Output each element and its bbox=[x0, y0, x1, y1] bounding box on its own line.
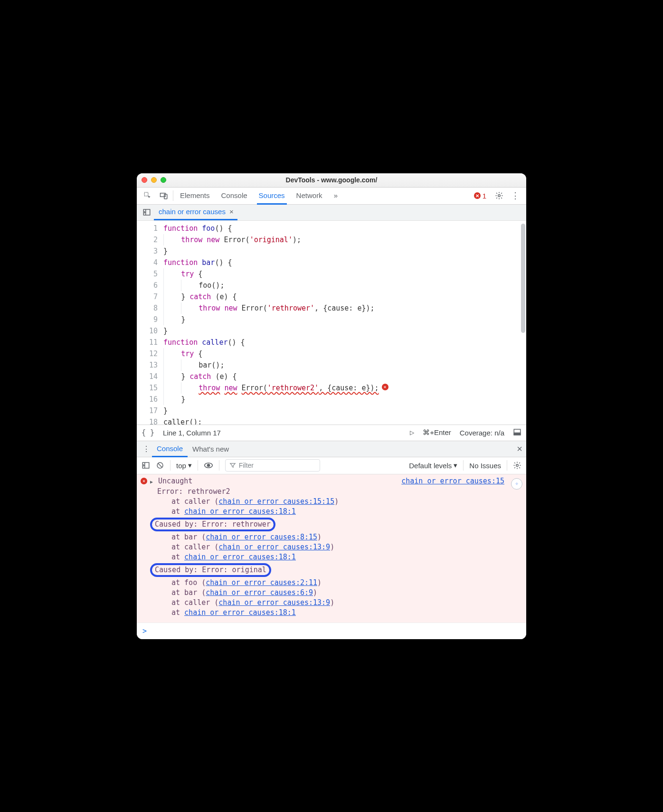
console-settings-icon[interactable] bbox=[513, 461, 521, 470]
line-number: 7 bbox=[140, 291, 158, 302]
zoom-window-button[interactable] bbox=[161, 177, 166, 183]
minimize-window-button[interactable] bbox=[151, 177, 157, 183]
svg-point-10 bbox=[207, 464, 209, 467]
svg-rect-0 bbox=[144, 192, 148, 196]
inspect-element-icon[interactable] bbox=[140, 187, 156, 204]
svg-rect-6 bbox=[514, 433, 521, 435]
device-toggle-icon[interactable] bbox=[156, 187, 172, 204]
close-window-button[interactable] bbox=[142, 177, 147, 183]
code-line: function foo() { bbox=[163, 223, 526, 234]
console-output[interactable]: ✧ ✕▶ UncaughtError: rethrower2at caller … bbox=[137, 474, 526, 623]
console-filter-input[interactable]: Filter bbox=[225, 459, 320, 472]
navigator-toggle-icon[interactable] bbox=[140, 205, 154, 219]
code-line: throw new Error('original'); bbox=[163, 234, 526, 245]
stack-line: at chain or error causes:18:1 bbox=[150, 608, 401, 618]
stack-line: at caller (chain or error causes:15:15) bbox=[150, 497, 401, 507]
coverage-label: Coverage: n/a bbox=[460, 429, 504, 437]
source-link[interactable]: chain or error causes:2:11 bbox=[206, 578, 317, 587]
tab-elements[interactable]: Elements bbox=[178, 188, 212, 204]
line-number: 10 bbox=[140, 325, 158, 337]
ai-insight-icon[interactable]: ✧ bbox=[511, 478, 522, 490]
console-sidebar-toggle-icon[interactable] bbox=[142, 461, 150, 470]
code-line: function caller() { bbox=[163, 337, 526, 348]
drawer-close-icon[interactable]: × bbox=[517, 444, 522, 454]
message-source-link[interactable]: chain or error causes:15 bbox=[401, 476, 522, 618]
code-line: try { bbox=[163, 348, 526, 359]
source-link[interactable]: chain or error causes:6:9 bbox=[206, 588, 313, 597]
editor-tab-label: chain or error causes bbox=[159, 208, 226, 216]
code-line: foo(); bbox=[163, 280, 526, 291]
console-prompt[interactable]: > bbox=[137, 623, 526, 639]
stack-line: ▶ Uncaught bbox=[150, 476, 401, 487]
line-number: 13 bbox=[140, 359, 158, 371]
line-number: 11 bbox=[140, 337, 158, 348]
editor-tabbar: chain or error causes × bbox=[137, 205, 526, 221]
line-number: 17 bbox=[140, 405, 158, 416]
dock-side-icon[interactable] bbox=[513, 428, 521, 438]
code-line: } bbox=[163, 314, 526, 325]
main-toolbar: Elements Console Sources Network » ✕ 1 ⋮ bbox=[137, 188, 526, 205]
code-line: try { bbox=[163, 268, 526, 280]
code-line: } catch (e) { bbox=[163, 371, 526, 382]
log-levels-selector[interactable]: Default levels ▾ bbox=[409, 461, 457, 470]
code-line: function bar() { bbox=[163, 257, 526, 268]
console-message[interactable]: ✕▶ UncaughtError: rethrower2at caller (c… bbox=[137, 476, 526, 618]
run-shortcut: ⌘+Enter bbox=[423, 428, 451, 437]
source-link[interactable]: chain or error causes:18:1 bbox=[184, 608, 296, 617]
error-counter[interactable]: ✕ 1 bbox=[474, 192, 486, 200]
filter-placeholder: Filter bbox=[239, 462, 254, 469]
chevron-down-icon: ▾ bbox=[188, 461, 192, 470]
line-number: 3 bbox=[140, 245, 158, 257]
kebab-menu-icon[interactable]: ⋮ bbox=[507, 187, 523, 204]
source-link[interactable]: chain or error causes:15:15 bbox=[218, 497, 334, 506]
prompt-glyph: > bbox=[142, 627, 147, 635]
tab-console[interactable]: Console bbox=[219, 188, 249, 204]
line-number: 6 bbox=[140, 280, 158, 291]
code-line: } bbox=[163, 325, 526, 337]
stack-line: at chain or error causes:18:1 bbox=[150, 507, 401, 517]
source-link[interactable]: chain or error causes:18:1 bbox=[184, 553, 296, 561]
stack-line: at caller (chain or error causes:13:9) bbox=[150, 542, 401, 552]
drawer-tab-whatsnew[interactable]: What's new bbox=[188, 442, 234, 456]
disclosure-triangle-icon[interactable]: ▶ bbox=[150, 479, 153, 484]
code-editor[interactable]: 123456789101112131415161718 function foo… bbox=[137, 221, 526, 425]
inline-error-icon[interactable]: ✕ bbox=[382, 384, 388, 390]
console-message-body: ▶ UncaughtError: rethrower2at caller (ch… bbox=[150, 476, 401, 618]
source-link[interactable]: chain or error causes:8:15 bbox=[206, 533, 317, 541]
code-line: throw new Error('rethrower', {cause: e})… bbox=[163, 302, 526, 314]
editor-scrollbar[interactable] bbox=[521, 221, 525, 425]
source-link[interactable]: chain or error causes:13:9 bbox=[218, 598, 330, 607]
tab-overflow[interactable]: » bbox=[332, 188, 340, 204]
stack-line: at bar (chain or error causes:6:9) bbox=[150, 588, 401, 598]
editor-statusbar: { } Line 1, Column 17 ▷ ⌘+Enter Coverage… bbox=[137, 425, 526, 441]
context-selector[interactable]: top ▾ bbox=[176, 461, 192, 470]
settings-icon[interactable] bbox=[491, 187, 507, 204]
code-line: } bbox=[163, 394, 526, 405]
drawer-tabbar: ⋮ Console What's new × bbox=[137, 441, 526, 457]
devtools-window: DevTools - www.google.com/ Elements Cons… bbox=[137, 173, 526, 639]
source-link[interactable]: chain or error causes:18:1 bbox=[184, 507, 296, 516]
stack-line: at foo (chain or error causes:2:11) bbox=[150, 578, 401, 588]
code-area[interactable]: function foo() { throw new Error('origin… bbox=[163, 221, 526, 425]
tab-sources[interactable]: Sources bbox=[257, 188, 287, 205]
stack-line: Error: rethrower2 bbox=[150, 487, 401, 497]
source-link[interactable]: chain or error causes:13:9 bbox=[218, 543, 330, 551]
error-count: 1 bbox=[483, 192, 486, 200]
tab-network[interactable]: Network bbox=[294, 188, 324, 204]
drawer-menu-icon[interactable]: ⋮ bbox=[141, 444, 152, 453]
drawer-tab-console[interactable]: Console bbox=[152, 441, 188, 457]
clear-console-icon[interactable] bbox=[156, 461, 164, 470]
panel-tabs: Elements Console Sources Network » bbox=[178, 188, 340, 204]
scrollbar-thumb[interactable] bbox=[521, 224, 525, 333]
cursor-position: Line 1, Column 17 bbox=[163, 429, 221, 437]
line-number: 8 bbox=[140, 302, 158, 314]
live-expression-icon[interactable] bbox=[204, 462, 213, 469]
code-line: } bbox=[163, 245, 526, 257]
close-tab-icon[interactable]: × bbox=[229, 208, 234, 216]
code-line: } bbox=[163, 405, 526, 416]
run-snippet-icon[interactable]: ▷ bbox=[410, 429, 414, 436]
issues-button[interactable]: No Issues bbox=[469, 462, 501, 470]
pretty-print-icon[interactable]: { } bbox=[142, 428, 154, 437]
editor-tab-active[interactable]: chain or error causes × bbox=[154, 204, 237, 220]
error-icon: ✕ bbox=[141, 478, 147, 484]
